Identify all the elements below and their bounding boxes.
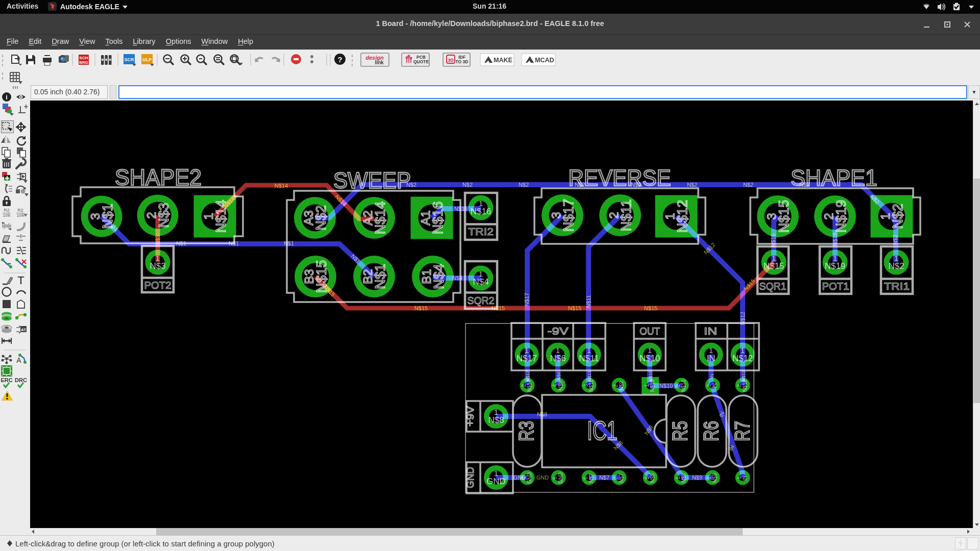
svg-text:N$12: N$12 (741, 370, 746, 382)
svg-text:N$9: N$9 (692, 474, 702, 481)
svg-text:ERC: ERC (1, 377, 12, 383)
svg-text:R2: R2 (4, 208, 10, 213)
svg-text:N$8: N$8 (650, 473, 655, 483)
svg-text:3D: 3D (448, 58, 454, 63)
svg-text:GND: GND (486, 477, 506, 486)
svg-text:SCR: SCR (124, 57, 134, 62)
svg-text:IC1: IC1 (587, 416, 618, 445)
svg-text:GND: GND (464, 467, 476, 488)
svg-text:R7: R7 (731, 421, 753, 441)
svg-text:N$4: N$4 (431, 264, 447, 289)
svg-text:N$11: N$11 (579, 354, 599, 363)
svg-text:N$2: N$2 (890, 204, 905, 229)
svg-text:N$2: N$2 (519, 182, 529, 188)
svg-text:N$10: N$10 (648, 370, 653, 382)
svg-text:N$16: N$16 (471, 207, 492, 216)
svg-text:N$3: N$3 (150, 261, 165, 271)
svg-text:N$10: N$10 (640, 354, 660, 363)
svg-text:R5: R5 (669, 421, 691, 441)
svg-text:N$9: N$9 (619, 381, 624, 390)
svg-text:N$17: N$17 (524, 293, 530, 306)
svg-text:1: 1 (644, 384, 650, 387)
svg-text:SHAPE2: SHAPE2 (115, 165, 202, 190)
svg-text:N$7: N$7 (619, 473, 624, 483)
svg-text:IN: IN (704, 325, 717, 337)
svg-text:N$12: N$12 (732, 354, 753, 363)
svg-text:BRD: BRD (79, 60, 88, 65)
svg-text:N$11: N$11 (619, 199, 634, 232)
svg-text:N$14: N$14 (275, 183, 288, 189)
svg-text:N$16: N$16 (430, 202, 446, 235)
svg-text:2: 2 (521, 384, 527, 387)
svg-text:N$11: N$11 (587, 371, 592, 382)
svg-text:N$15: N$15 (764, 261, 785, 271)
svg-text:3: 3 (583, 384, 589, 387)
svg-text:N$6: N$6 (550, 354, 566, 363)
svg-text:GND: GND (527, 472, 532, 484)
svg-text:N$3: N$3 (156, 203, 172, 228)
svg-text:GND: GND (558, 472, 564, 484)
svg-text:N$2: N$2 (799, 182, 810, 188)
svg-text:N$2: N$2 (462, 182, 473, 188)
svg-text:N$7: N$7 (589, 473, 594, 483)
svg-text:GND: GND (536, 474, 549, 481)
svg-text:SQR1: SQR1 (760, 280, 787, 292)
svg-text:N$1: N$1 (229, 240, 239, 246)
svg-text:N$1: N$1 (373, 264, 388, 289)
svg-text:N$8: N$8 (537, 411, 547, 417)
svg-text:SWEEP: SWEEP (333, 168, 411, 193)
svg-text:2: 2 (706, 384, 712, 387)
svg-text:10k: 10k (16, 213, 24, 218)
svg-text:1: 1 (675, 477, 681, 480)
svg-text:MCAD: MCAD (535, 57, 554, 64)
svg-text:N$4: N$4 (473, 277, 488, 287)
svg-text:R3: R3 (515, 421, 537, 441)
svg-text:N$2: N$2 (743, 182, 753, 188)
svg-text:R2: R2 (17, 208, 23, 213)
svg-text:5: 5 (552, 477, 558, 480)
svg-text:N$15: N$15 (492, 305, 505, 311)
svg-text:N$1: N$1 (176, 240, 186, 246)
svg-text:N$6: N$6 (556, 372, 561, 381)
svg-text:N$10: N$10 (681, 380, 687, 392)
svg-text:N$15: N$15 (414, 305, 428, 311)
svg-text:TO 3D: TO 3D (456, 59, 469, 64)
svg-text:-9V: -9V (548, 325, 569, 337)
svg-text:N$9: N$9 (681, 473, 687, 483)
svg-text:ULP: ULP (142, 57, 152, 62)
svg-text:N$3: N$3 (155, 235, 161, 245)
svg-text:N$2: N$2 (888, 261, 904, 271)
svg-text:TRI2: TRI2 (468, 226, 494, 237)
svg-text:N$2: N$2 (313, 205, 329, 231)
svg-text:N$17: N$17 (517, 354, 537, 363)
svg-text:POT2: POT2 (144, 279, 172, 291)
svg-text:N$10: N$10 (659, 383, 673, 389)
svg-text:IN: IN (707, 354, 716, 363)
svg-text:R6: R6 (700, 421, 722, 441)
svg-text:link: link (375, 60, 384, 65)
svg-text:N$17: N$17 (561, 199, 576, 232)
svg-text:2: 2 (737, 384, 742, 387)
svg-text:A: A (16, 356, 21, 364)
svg-text:N$2: N$2 (892, 235, 898, 245)
svg-text:N$16: N$16 (454, 206, 468, 212)
svg-text:N$19: N$19 (832, 233, 838, 246)
svg-text:N$12: N$12 (740, 312, 746, 325)
svg-text:N$6: N$6 (558, 381, 564, 390)
svg-text:OUT: OUT (640, 325, 660, 337)
svg-text:SCH: SCH (80, 56, 88, 60)
svg-text:IN: IN (712, 383, 718, 388)
svg-text:N$9: N$9 (712, 473, 718, 483)
svg-text:4: 4 (552, 384, 558, 387)
svg-text:10k: 10k (3, 213, 11, 218)
svg-text:N$2: N$2 (631, 182, 641, 188)
svg-text:N$15: N$15 (568, 305, 581, 311)
svg-text:GND: GND (513, 474, 526, 481)
svg-text:IN: IN (709, 374, 715, 379)
svg-text:i: i (6, 93, 8, 101)
svg-text:1: 1 (706, 477, 712, 480)
svg-text:N$8: N$8 (488, 415, 504, 425)
svg-text:N$15: N$15 (644, 305, 657, 311)
svg-text:N$2: N$2 (406, 182, 416, 188)
svg-text:N$1: N$1 (284, 240, 294, 246)
